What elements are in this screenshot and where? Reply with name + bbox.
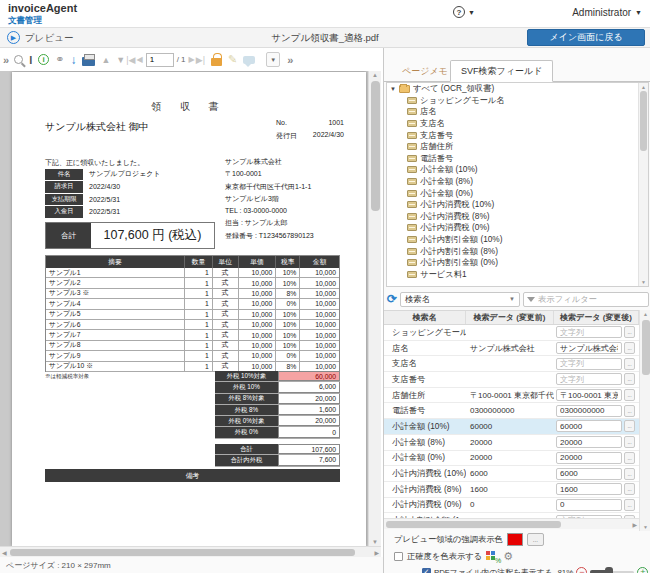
row-after-input[interactable] — [556, 389, 622, 401]
color-picker-button[interactable]: ... — [527, 533, 544, 546]
table-row[interactable]: 小計金額 (10%)60000... — [384, 419, 639, 435]
row-after-input[interactable] — [556, 326, 622, 338]
zoom-slider-thumb[interactable] — [605, 567, 613, 573]
scrollbar-thumb[interactable] — [640, 91, 647, 151]
scrollbar-thumb[interactable] — [642, 320, 650, 375]
row-more-button[interactable]: ... — [624, 420, 635, 432]
row-more-button[interactable]: ... — [624, 468, 635, 480]
tree-item[interactable]: 支店番号 — [387, 129, 648, 141]
link-icon[interactable]: ⚭ — [55, 51, 64, 69]
toolbar-expand-right-icon[interactable]: » — [287, 51, 292, 69]
download-icon[interactable]: ↓ — [70, 51, 76, 69]
preview-horizontal-scrollbar[interactable]: ◀ ▶ — [0, 546, 381, 557]
tree-item[interactable]: 小計内割引金額 (8%) — [387, 245, 648, 257]
row-more-button[interactable]: ... — [624, 499, 635, 511]
row-after-input[interactable] — [556, 452, 622, 464]
annotation-dropdown-button[interactable]: ▼ — [266, 51, 280, 69]
row-after-input[interactable] — [556, 420, 622, 432]
print-icon[interactable] — [82, 51, 95, 69]
display-filter-input[interactable] — [538, 294, 645, 304]
tree-root-item[interactable]: ▼すべて (OCR_領収書) — [387, 83, 648, 95]
tree-item[interactable]: 小計内割引金額 (10%) — [387, 234, 648, 246]
user-menu[interactable]: Administrator ▼ — [572, 7, 642, 18]
last-page-icon[interactable]: ▶| — [196, 51, 205, 69]
tab-svf-search-field[interactable]: SVF検索フィールド — [450, 60, 553, 82]
previous-page-icon[interactable]: ◀ — [137, 51, 143, 69]
table-row[interactable]: 小計金額 (8%)20000... — [384, 435, 639, 451]
row-more-button[interactable]: ... — [624, 405, 635, 417]
zoom-slider[interactable] — [590, 567, 634, 573]
row-more-button[interactable]: ... — [624, 436, 635, 448]
next-page-icon[interactable]: ▶ — [189, 51, 195, 69]
row-after-input[interactable] — [556, 499, 622, 511]
tree-item[interactable]: 小計内消費税 (10%) — [387, 199, 648, 211]
pdf-preview-area[interactable]: 領 収 書 サンプル株式会社 御中 No. 1001 発行日 2022/4/30… — [0, 71, 368, 546]
row-more-button[interactable]: ... — [624, 373, 635, 385]
preview-vertical-scrollbar[interactable]: ▲ ▼ — [368, 71, 381, 546]
tree-item[interactable]: サービス料1 — [387, 269, 648, 281]
scrollbar-thumb[interactable] — [386, 521, 561, 528]
zoom-out-button[interactable]: − — [576, 567, 587, 573]
row-more-button[interactable]: ... — [624, 358, 635, 370]
scroll-up-icon[interactable]: ▲ — [101, 51, 110, 69]
pdf-annotation-checkbox[interactable]: ✓ — [422, 568, 431, 573]
lock-icon[interactable] — [211, 51, 222, 69]
tree-expander-icon[interactable]: ▼ — [390, 86, 396, 92]
table-row[interactable]: 店名サンプル株式会社... — [384, 341, 639, 357]
tab-page-memo[interactable]: ページメモ — [392, 60, 458, 82]
row-more-button[interactable]: ... — [624, 342, 635, 354]
tree-item[interactable]: 小計内消費税 (8%) — [387, 211, 648, 223]
table-vertical-scrollbar[interactable]: ▲ ▼ — [639, 310, 650, 531]
search-icon[interactable] — [14, 51, 23, 69]
table-row[interactable]: 店舗住所〒100-0001 東京都千代...... — [384, 388, 639, 404]
tree-item[interactable]: 小計内消費税 (0%) — [387, 222, 648, 234]
refresh-icon[interactable]: ⟳ — [387, 293, 397, 305]
row-after-input[interactable] — [556, 358, 622, 370]
row-after-input[interactable] — [556, 436, 622, 448]
table-row[interactable]: 電話番号0300000000... — [384, 403, 639, 419]
row-after-input[interactable] — [556, 468, 622, 480]
row-more-button[interactable]: ... — [624, 452, 635, 464]
tree-item[interactable]: 小計内割引金額 (0%) — [387, 257, 648, 269]
help-icon[interactable]: ? — [453, 6, 465, 18]
scrollbar-thumb[interactable] — [10, 549, 355, 556]
table-row[interactable]: 小計金額 (0%)20000... — [384, 451, 639, 467]
text-select-icon[interactable]: I — [29, 51, 32, 69]
row-after-input[interactable] — [556, 342, 622, 354]
table-horizontal-scrollbar[interactable]: ▶ — [384, 518, 639, 529]
tree-item[interactable]: 支店名 — [387, 118, 648, 130]
row-after-input[interactable] — [556, 483, 622, 495]
table-row[interactable]: 小計内消費税 (8%)1600... — [384, 482, 639, 498]
table-row[interactable]: 小計内消費税 (10%)6000... — [384, 466, 639, 482]
table-row[interactable]: 支店番号... — [384, 372, 639, 388]
tree-item[interactable]: 小計金額 (0%) — [387, 187, 648, 199]
row-after-input[interactable] — [556, 405, 622, 417]
row-more-button[interactable]: ... — [624, 326, 635, 338]
search-field-tree[interactable]: ▼すべて (OCR_領収書)ショッピングモール名店名支店名支店番号店舗住所電話番… — [386, 82, 649, 287]
table-row[interactable]: 支店名... — [384, 356, 639, 372]
row-after-input[interactable] — [556, 373, 622, 385]
tree-item[interactable]: 店舗住所 — [387, 141, 648, 153]
tree-item[interactable]: 小計金額 (10%) — [387, 164, 648, 176]
zoom-in-button[interactable]: + — [637, 567, 648, 573]
scroll-down-icon[interactable]: ▼ — [116, 51, 125, 69]
info-icon[interactable]: i — [38, 51, 49, 69]
search-name-dropdown[interactable]: 検索名 ▼ — [400, 292, 520, 307]
row-more-button[interactable]: ... — [624, 389, 635, 401]
table-row[interactable]: 小計内消費税 (0%)0... — [384, 498, 639, 514]
page-number-input[interactable] — [146, 53, 174, 67]
back-to-main-button[interactable]: メイン画面に戻る — [527, 29, 645, 46]
display-filter-field[interactable] — [523, 292, 649, 307]
tree-item[interactable]: 小計金額 (8%) — [387, 176, 648, 188]
accuracy-color-checkbox[interactable] — [394, 552, 403, 561]
tree-vertical-scrollbar[interactable]: ▲ ▼ — [638, 83, 648, 286]
tree-item[interactable]: 電話番号 — [387, 153, 648, 165]
table-row[interactable]: ショッピングモール...... — [384, 325, 639, 341]
gear-icon[interactable]: ⚙ — [503, 550, 513, 563]
toolbar-collapse-left-icon[interactable]: » — [3, 51, 8, 69]
highlight-color-swatch[interactable] — [507, 533, 523, 546]
help-menu[interactable]: ? ▼ — [453, 6, 475, 18]
scrollbar-thumb[interactable] — [371, 81, 380, 211]
tree-item[interactable]: 店名 — [387, 106, 648, 118]
tree-item[interactable]: ショッピングモール名 — [387, 95, 648, 107]
